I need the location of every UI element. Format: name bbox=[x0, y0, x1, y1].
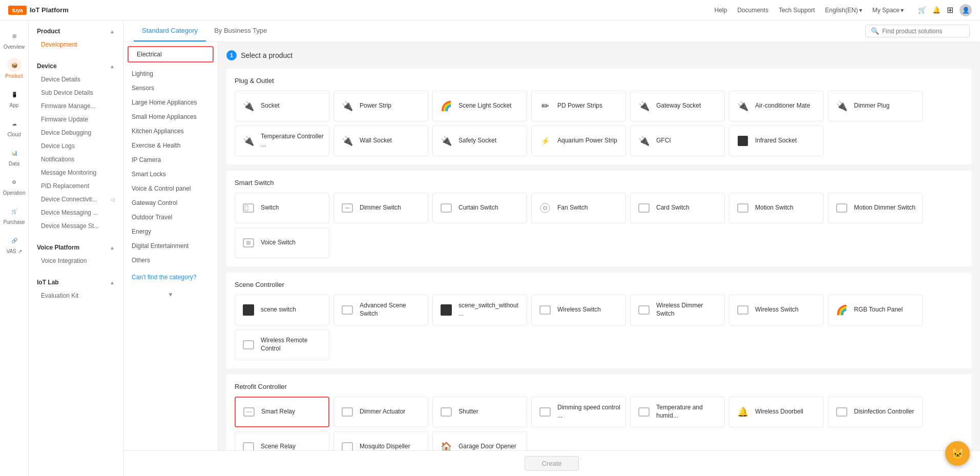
user-avatar[interactable]: 👤 bbox=[960, 4, 972, 16]
sidebar-item-data[interactable]: 📊 Data bbox=[0, 141, 28, 171]
search-input[interactable] bbox=[882, 28, 964, 35]
product-card-wireless-doorbell[interactable]: 🔔 Wireless Doorbell bbox=[729, 397, 824, 427]
cat-large-home[interactable]: Large Home Appliances bbox=[123, 95, 218, 110]
sidebar-item-firmware-manage[interactable]: Firmware Manage... bbox=[29, 99, 123, 113]
sidebar-item-voice-integration[interactable]: Voice Integration bbox=[29, 254, 123, 267]
voice-section-title: Voice Platform ▲ bbox=[29, 241, 123, 254]
product-card-advanced-scene[interactable]: Advanced Scene Switch bbox=[333, 295, 428, 325]
cat-energy[interactable]: Energy bbox=[123, 224, 218, 239]
product-card-dimming-speed[interactable]: Dimming speed control ... bbox=[531, 397, 626, 427]
sidebar-item-development[interactable]: Development bbox=[29, 38, 123, 51]
cat-digital[interactable]: Digital Entertainment bbox=[123, 239, 218, 253]
cat-kitchen[interactable]: Kitchen Appliances bbox=[123, 124, 218, 138]
cart-icon[interactable]: 🛒 bbox=[918, 6, 926, 14]
electrical-selected[interactable]: Electrical bbox=[128, 46, 214, 63]
product-card-voice-switch[interactable]: Voice Switch bbox=[235, 227, 329, 258]
product-card-scene-relay[interactable]: Scene Relay bbox=[235, 431, 329, 450]
sidebar-item-sub-device[interactable]: Sub Device Details bbox=[29, 86, 123, 99]
cat-gateway[interactable]: Gateway Control bbox=[123, 196, 218, 210]
product-card-curtain-switch[interactable]: Curtain Switch bbox=[432, 193, 527, 223]
product-card-switch[interactable]: Switch bbox=[235, 193, 329, 223]
sidebar-item-operation[interactable]: ⚙ Operation bbox=[0, 171, 28, 200]
sidebar-item-device-logs[interactable]: Device Logs bbox=[29, 139, 123, 153]
product-card-wireless-dimmer[interactable]: Wireless Dimmer Switch bbox=[630, 295, 725, 325]
product-card-garage[interactable]: 🏠 Garage Door Opener bbox=[432, 431, 527, 450]
product-card-mosquito[interactable]: Mosquito Dispeller bbox=[333, 431, 428, 450]
product-card-pd-power-strips[interactable]: ✏ PD Power Strips bbox=[531, 91, 626, 121]
product-card-scene-switch-without[interactable]: scene_switch_without ... bbox=[432, 295, 527, 325]
cat-voice-control[interactable]: Voice & Control panel bbox=[123, 181, 218, 196]
sidebar-item-notifications[interactable]: Notifications bbox=[29, 153, 123, 166]
voice-collapse-icon[interactable]: ▲ bbox=[110, 245, 115, 251]
grid-icon[interactable]: ⊞ bbox=[947, 5, 953, 15]
product-card-dimmer-plug[interactable]: 🔌 Dimmer Plug bbox=[828, 91, 923, 121]
collapse-middle-icon[interactable]: ◁ bbox=[111, 197, 115, 202]
product-collapse-icon[interactable]: ▲ bbox=[110, 29, 115, 34]
bell-icon[interactable]: 🔔 bbox=[932, 6, 941, 14]
iot-collapse-icon[interactable]: ▲ bbox=[110, 280, 115, 285]
device-collapse-icon[interactable]: ▲ bbox=[110, 64, 115, 69]
sidebar-item-evaluation-kit[interactable]: Evaluation Kit bbox=[29, 289, 123, 302]
product-card-motion-dimmer[interactable]: Motion Dimmer Switch bbox=[828, 193, 923, 223]
product-card-disinfection[interactable]: Disinfection Controller bbox=[828, 397, 923, 427]
cat-outdoor[interactable]: Outdoor Travel bbox=[123, 210, 218, 224]
sidebar-item-vas[interactable]: 🔗 VAS ↗ bbox=[0, 229, 28, 258]
cat-lighting[interactable]: Lighting bbox=[123, 67, 218, 81]
sidebar-item-cloud[interactable]: ☁ Cloud bbox=[0, 112, 28, 141]
product-card-socket[interactable]: 🔌 Socket bbox=[235, 91, 329, 121]
product-card-ac-mate[interactable]: 🔌 Air-conditioner Mate bbox=[729, 91, 824, 121]
sidebar-item-overview[interactable]: ⊞ Overview bbox=[0, 25, 28, 54]
sidebar-item-device-details[interactable]: Device Details bbox=[29, 73, 123, 86]
product-card-aquarium[interactable]: ⚡ Aquarium Power Strip bbox=[531, 126, 626, 156]
bottom-arrow-icon[interactable]: ▼ bbox=[168, 291, 174, 298]
product-card-smart-relay[interactable]: Smart Relay bbox=[235, 397, 329, 427]
create-button[interactable]: Create bbox=[525, 456, 578, 471]
cat-exercise[interactable]: Exercise & Health bbox=[123, 138, 218, 153]
cat-small-home[interactable]: Small Home Appliances bbox=[123, 110, 218, 124]
product-card-scene-switch[interactable]: scene switch bbox=[235, 295, 329, 325]
sidebar-item-pid-replacement[interactable]: PID Replacement bbox=[29, 179, 123, 193]
left-category-menu: Electrical Lighting Sensors Large Home A… bbox=[123, 42, 218, 450]
product-card-fan-switch[interactable]: Fan Switch bbox=[531, 193, 626, 223]
tab-standard-category[interactable]: Standard Category bbox=[134, 20, 206, 42]
product-card-power-strip[interactable]: 🔌 Power Strip bbox=[333, 91, 428, 121]
cat-ip-camera[interactable]: IP Camera bbox=[123, 153, 218, 167]
documents-link[interactable]: Documents bbox=[737, 7, 768, 14]
product-card-motion-switch[interactable]: Motion Switch bbox=[729, 193, 824, 223]
product-card-wall-socket[interactable]: 🔌 Wall Socket bbox=[333, 126, 428, 156]
product-card-card-switch[interactable]: Card Switch bbox=[630, 193, 725, 223]
language-selector[interactable]: English(EN) ▾ bbox=[825, 7, 862, 14]
product-card-safety-socket[interactable]: 🔌 Safety Socket bbox=[432, 126, 527, 156]
sidebar-item-purchase[interactable]: 🛒 Purchase bbox=[0, 200, 28, 229]
sidebar-item-app[interactable]: 📱 App bbox=[0, 83, 28, 112]
product-card-rgb-touch[interactable]: 🌈 RGB Touch Panel bbox=[828, 295, 923, 325]
sidebar-item-product[interactable]: 📦 Product bbox=[0, 54, 28, 83]
sidebar-item-device-debugging[interactable]: Device Debugging bbox=[29, 126, 123, 139]
my-space-menu[interactable]: My Space ▾ bbox=[872, 7, 904, 14]
sidebar-item-message-monitoring[interactable]: Message Monitoring bbox=[29, 166, 123, 179]
sidebar-item-firmware-update[interactable]: Firmware Update bbox=[29, 113, 123, 126]
product-card-temp-controller[interactable]: 🔌 Temperature Controller ... bbox=[235, 126, 329, 156]
product-card-dimmer-switch[interactable]: Dimmer Switch bbox=[333, 193, 428, 223]
product-card-wireless-switch-2[interactable]: Wireless Switch bbox=[729, 295, 824, 325]
product-card-temp-humid[interactable]: Temperature and humid... bbox=[630, 397, 725, 427]
cat-sensors[interactable]: Sensors bbox=[123, 81, 218, 95]
cant-find-link[interactable]: Can't find the category? bbox=[123, 267, 218, 287]
product-card-gfci[interactable]: 🔌 GFCI bbox=[630, 126, 725, 156]
help-link[interactable]: Help bbox=[715, 7, 727, 14]
cat-others[interactable]: Others bbox=[123, 253, 218, 267]
sidebar-item-device-connectivity[interactable]: Device Connectivit... ◁ bbox=[29, 193, 123, 206]
floating-badge[interactable]: 🐱 bbox=[945, 441, 970, 466]
product-card-wireless-switch-1[interactable]: Wireless Switch bbox=[531, 295, 626, 325]
product-card-dimmer-actuator[interactable]: Dimmer Actuator bbox=[333, 397, 428, 427]
sidebar-item-device-messaging[interactable]: Device Messaging ... bbox=[29, 206, 123, 219]
product-card-shutter[interactable]: Shutter bbox=[432, 397, 527, 427]
sidebar-item-device-message-st[interactable]: Device Message St... bbox=[29, 219, 123, 233]
tech-support-link[interactable]: Tech Support bbox=[779, 7, 815, 14]
product-card-scene-light-socket[interactable]: 🌈 Scene Light Socket bbox=[432, 91, 527, 121]
product-card-infrared-socket[interactable]: Infrared Socket bbox=[729, 126, 824, 156]
product-card-wireless-remote[interactable]: Wireless Remote Control bbox=[235, 329, 329, 360]
cat-smart-locks[interactable]: Smart Locks bbox=[123, 167, 218, 181]
tab-by-business-type[interactable]: By Business Type bbox=[206, 20, 275, 42]
product-card-gateway-socket[interactable]: 🔌 Gateway Socket bbox=[630, 91, 725, 121]
